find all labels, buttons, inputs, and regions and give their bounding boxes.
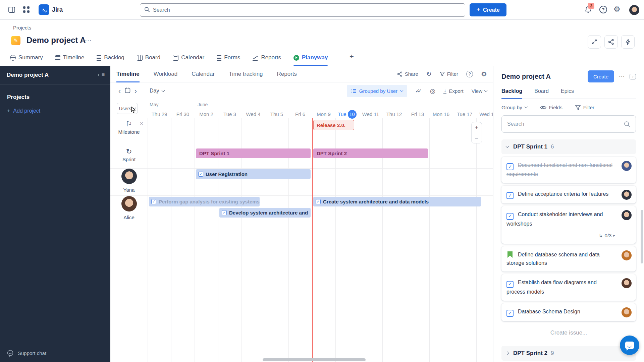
issue-type-icon[interactable] [506,310,514,317]
day-label[interactable]: Mon 2 [195,110,218,119]
project-tab[interactable]: Summary [10,54,43,66]
calendar-icon[interactable] [123,87,132,95]
day-label[interactable]: Wed 18 [476,110,493,119]
timeline-row-label[interactable]: Alice [110,196,148,220]
task-checkbox[interactable]: ✓ [198,172,203,177]
zoom-in-button[interactable]: + [472,122,482,133]
assignee-avatar[interactable] [622,190,632,200]
sidebar-collapse-icon[interactable]: ‹ ≡ [98,72,105,78]
milestone-row-close-icon[interactable]: × [140,120,143,127]
day-label[interactable]: Tue10 [335,110,359,119]
export-action[interactable]: ↓ Export [443,88,463,94]
day-label[interactable]: Thu 12 [382,110,406,119]
planyway-settings-icon[interactable]: ⚙ [481,70,487,78]
day-label[interactable]: Fri 13 [406,110,429,119]
issue-type-icon[interactable] [506,213,514,220]
assignee-avatar[interactable] [622,250,632,260]
zoom-level-select[interactable]: Day [150,88,164,94]
day-label[interactable]: Mon 9 [312,110,335,119]
timeline-bar[interactable]: ✓ DPT Sprint 1 [196,148,311,158]
day-label[interactable]: Fri 6 [288,110,312,119]
issue-type-icon[interactable] [506,251,514,258]
support-chat-button[interactable]: Support chat [7,350,46,357]
sidebar-toggle-icon[interactable] [8,6,15,15]
issue-card[interactable]: Define database schema and data storage … [501,246,636,272]
timeline-bar[interactable]: ✓ DPT Sprint 2 [313,148,428,158]
sprint-group-header-2[interactable]: DPT Sprint 2 9 [501,346,636,361]
fullscreen-button[interactable] [588,35,601,49]
task-checkbox[interactable]: ✓ [222,210,227,215]
sidebar-section-projects[interactable]: Projects [7,94,30,101]
done-tasks-toggle-icon[interactable]: ✓✓ [415,88,422,94]
filter-action[interactable]: Filter [440,71,458,77]
share-action[interactable]: Share [397,71,418,77]
task-checkbox[interactable]: ✓ [316,199,321,204]
fields-button[interactable]: Fields [540,105,562,110]
day-label[interactable]: Wed 11 [359,110,382,119]
add-tab-button[interactable]: + [350,52,354,66]
project-more-icon[interactable]: ⋯ [85,37,92,45]
breadcrumb[interactable]: Projects [13,25,31,31]
refresh-icon[interactable]: ↻ [426,71,432,77]
issue-type-icon[interactable] [506,163,514,170]
settings-gear-icon[interactable]: ⚙ [613,5,621,14]
sprint-group-header[interactable]: DPT Sprint 1 6 [501,139,636,154]
backlog-search[interactable] [501,115,636,133]
issue-type-icon[interactable] [506,281,514,288]
planyway-tab[interactable]: Reports [277,66,297,82]
panel-create-button[interactable]: Create [588,70,614,82]
automation-lightning-button[interactable] [621,35,635,49]
user-avatar[interactable] [629,5,639,15]
day-label[interactable]: Wed 4 [241,110,265,119]
assignee-avatar[interactable] [622,210,632,220]
zoom-out-button[interactable]: − [472,133,482,143]
prev-period-icon[interactable]: ‹ [116,87,123,95]
project-tab[interactable]: Backlog [97,54,124,66]
planyway-tab[interactable]: Workload [154,66,178,82]
create-button[interactable]: + Create [470,3,506,16]
day-label[interactable]: Thu 29 [148,110,171,119]
global-search[interactable] [140,3,465,17]
timeline-bar[interactable]: ✓ Release 2.0. [313,120,354,130]
assignee-avatar[interactable] [622,278,632,288]
panel-filter-button[interactable]: Filter [575,105,594,110]
visibility-icon[interactable]: ◎ [430,87,436,95]
issue-card[interactable]: Define acceptance criteria for features … [501,186,636,203]
issue-card[interactable]: Conduct stakeholder interviews and works… [501,206,636,243]
day-label[interactable]: Thu 5 [265,110,288,119]
issue-card[interactable]: Document functional and non-functional r… [501,157,636,183]
share-button[interactable] [604,35,618,49]
day-label[interactable]: Fri 30 [171,110,195,119]
panel-more-icon[interactable]: ⋯ [619,73,625,80]
next-period-icon[interactable]: › [132,87,139,95]
task-checkbox[interactable]: ✓ [151,199,156,204]
timeline-bar[interactable]: ✓ Create system architecture and data mo… [313,197,481,206]
planyway-help-icon[interactable]: ? [466,71,473,77]
panel-scrollbar[interactable] [641,210,643,263]
create-issue-button[interactable]: Create issue... [501,329,636,336]
panel-tab[interactable]: Board [534,88,549,99]
timeline-bar[interactable]: ✓ Perform gap analysis for existing syst… [149,197,260,206]
global-search-input[interactable] [153,7,461,13]
timeline-row-label[interactable]: Yana [110,169,148,193]
project-tab[interactable]: Reports [253,54,281,66]
day-label[interactable]: Mon 16 [429,110,453,119]
assignee-avatar[interactable] [622,161,632,171]
project-tab[interactable]: Forms [217,54,240,66]
issue-card[interactable]: Establish data flow diagrams and process… [501,274,636,300]
support-chat-fab[interactable] [620,336,639,355]
group-by-select[interactable]: Group by [501,105,527,110]
panel-collapse-icon[interactable]: › [630,74,636,79]
project-tab[interactable]: Planyway [293,54,328,66]
project-tab[interactable]: Calendar [173,54,204,66]
grouped-by-select[interactable]: Grouped by User [347,85,407,97]
project-tab[interactable]: Board [137,54,160,66]
subtask-indicator[interactable]: ↳ 0/3 ▸ [506,232,615,239]
view-select[interactable]: View [472,88,487,94]
panel-tab[interactable]: Epics [561,88,574,99]
day-label[interactable]: Tue 3 [218,110,241,119]
planyway-tab[interactable]: Time tracking [229,66,263,82]
jira-logo-icon[interactable] [39,4,49,15]
timeline-bar[interactable]: ✓ User Registration [196,169,311,179]
horizontal-scrollbar[interactable] [263,358,366,361]
